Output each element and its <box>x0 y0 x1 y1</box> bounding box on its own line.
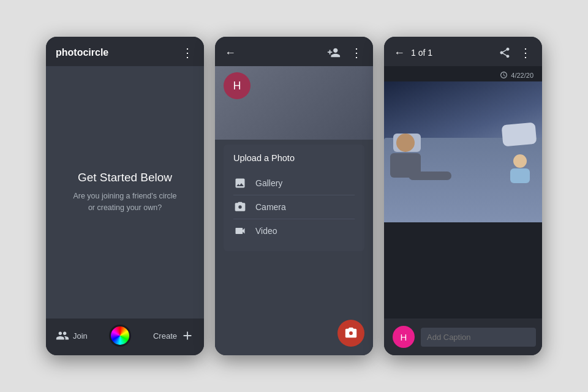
clock-icon <box>500 71 508 79</box>
share-icon[interactable] <box>499 47 511 59</box>
join-button[interactable]: Join <box>56 329 88 342</box>
photo-display <box>384 81 542 222</box>
subtitle-line2: or creating your own? <box>88 203 162 212</box>
user-avatar-small: H <box>393 326 415 348</box>
upload-dialog-title: Upload a Photo <box>233 153 355 163</box>
phone-2: ← ⋮ H Upload a Photo <box>215 37 373 355</box>
date-text: 4/22/20 <box>511 72 533 79</box>
overflow-menu-icon[interactable]: ⋮ <box>181 45 194 60</box>
create-button[interactable]: Create <box>153 329 194 342</box>
upload-dialog: Upload a Photo Gallery Came <box>224 145 364 251</box>
phone1-body: Get Started Below Are you joining a frie… <box>46 66 204 318</box>
phone3-body: 4/22/20 <box>384 66 542 318</box>
create-label: Create <box>153 331 177 341</box>
camera-label: Camera <box>255 202 286 212</box>
caption-area: H 0 <box>384 318 542 355</box>
caption-input[interactable] <box>421 328 536 347</box>
phones-container: photocircle ⋮ Get Started Below Are you … <box>46 37 542 355</box>
phone1-footer: Join Create <box>46 318 204 355</box>
person-add-icon[interactable] <box>327 46 341 59</box>
video-option[interactable]: Video <box>233 219 355 243</box>
color-wheel-icon <box>109 325 131 347</box>
overflow-menu-icon-2[interactable]: ⋮ <box>350 45 363 60</box>
camera-fab-icon <box>344 326 358 340</box>
get-started-title: Get Started Below <box>78 171 172 184</box>
join-label: Join <box>73 331 88 341</box>
photo-scene <box>384 81 542 222</box>
video-label: Video <box>255 226 277 236</box>
header-right: ⋮ <box>499 45 532 60</box>
app-logo: photocircle <box>56 47 108 58</box>
overflow-menu-icon-3[interactable]: ⋮ <box>519 45 532 60</box>
people-icon <box>56 329 69 342</box>
gallery-option[interactable]: Gallery <box>233 172 355 195</box>
page-count: 1 of 1 <box>411 48 432 58</box>
logo-text-bold: circle <box>83 47 108 58</box>
phone2-body: H Upload a Photo Gallery <box>215 66 373 355</box>
video-icon <box>233 224 247 238</box>
gallery-label: Gallery <box>255 178 282 188</box>
phone-1: photocircle ⋮ Get Started Below Are you … <box>46 37 204 355</box>
header-left: ← 1 of 1 <box>394 47 432 59</box>
gallery-icon <box>233 176 247 190</box>
user-avatar: H <box>224 72 251 99</box>
phone1-header: photocircle ⋮ <box>46 37 204 66</box>
logo-text-light: photo <box>56 47 83 58</box>
subtitle-line1: Are you joining a friend's circle <box>73 192 176 200</box>
avatar-letter: H <box>233 80 241 92</box>
back-arrow-icon[interactable]: ← <box>225 47 236 59</box>
back-arrow-icon-3[interactable]: ← <box>394 47 405 59</box>
add-icon <box>181 329 194 342</box>
camera-option[interactable]: Camera <box>233 195 355 219</box>
phone-3: ← 1 of 1 ⋮ 4/22/20 <box>384 37 542 355</box>
phone2-header: ← ⋮ <box>215 37 373 66</box>
camera-icon <box>233 200 247 214</box>
phone3-header: ← 1 of 1 ⋮ <box>384 37 542 66</box>
avatar-letter-small: H <box>401 332 407 342</box>
header-icons: ⋮ <box>327 45 363 60</box>
date-badge: 4/22/20 <box>491 66 542 81</box>
camera-fab-button[interactable] <box>337 320 364 347</box>
get-started-subtitle: Are you joining a friend's circle or cre… <box>73 190 176 214</box>
